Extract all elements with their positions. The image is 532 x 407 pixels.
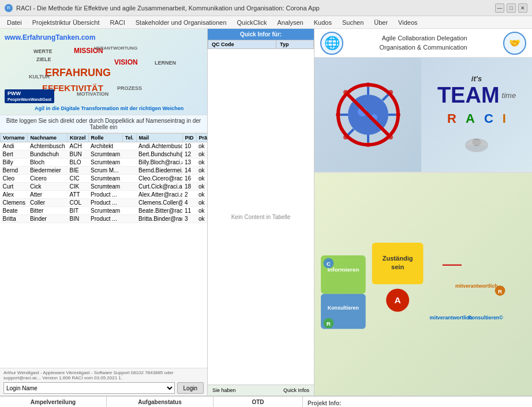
otd-chart: OTD Im Plan Späte bbox=[213, 397, 303, 407]
letter-c: C bbox=[484, 111, 493, 126]
qc-col-typ: Typ bbox=[276, 40, 314, 49]
table-cell: 12 bbox=[182, 150, 196, 159]
qc-col-code: QC Code bbox=[208, 40, 276, 49]
table-cell: Cicero bbox=[28, 175, 68, 183]
table-row[interactable]: BerndBiedermeierBIEScrum M...Bernd.Biede… bbox=[1, 167, 208, 175]
menu-raci[interactable]: RACI bbox=[105, 18, 129, 27]
table-cell bbox=[122, 175, 136, 183]
table-cell: Curt.Cick@raci.aca... bbox=[136, 183, 182, 191]
maximize-button[interactable]: □ bbox=[507, 3, 516, 13]
table-cell bbox=[122, 167, 136, 175]
svg-text:C: C bbox=[327, 261, 331, 267]
word-ziele: ZIELE bbox=[36, 56, 51, 62]
table-cell: Clemens.Coller@ra... bbox=[136, 199, 182, 207]
right-header: 🌐 Agile Collaboration Delegation Organis… bbox=[314, 29, 532, 58]
table-cell: 13 bbox=[182, 159, 196, 167]
title-bar: R RACI - Die Methode für Effektive und a… bbox=[0, 0, 532, 16]
table-cell: Biedermeier bbox=[28, 167, 68, 175]
table-cell: Britta bbox=[1, 215, 28, 223]
table-cell bbox=[122, 150, 136, 159]
menu-kudos[interactable]: Kudos bbox=[309, 18, 336, 27]
aufgaben-title: Aufgabenstatus bbox=[109, 399, 211, 405]
footer-text: Arthur Wendlgast - Appleware Vikrestigas… bbox=[3, 370, 204, 380]
table-cell: Bernd.Biedermei... bbox=[136, 167, 182, 175]
menu-ueber[interactable]: Über bbox=[369, 18, 392, 27]
table-cell: Binder bbox=[28, 215, 68, 223]
qc-table: QC Code Typ bbox=[208, 40, 314, 49]
table-cell bbox=[122, 183, 136, 191]
close-button[interactable]: ✕ bbox=[518, 3, 527, 13]
login-notice: Bitte loggen Sie sich direkt oder durch … bbox=[0, 115, 207, 133]
banner-area: www.ErfahrungTanken.com MISSION VISION E… bbox=[0, 29, 207, 115]
table-cell: BIT bbox=[68, 207, 89, 215]
login-select[interactable]: Login Name bbox=[3, 382, 175, 394]
agile-text: Agile Collaboration Delegation Organisat… bbox=[379, 34, 467, 52]
svg-text:mitverantwortlich: mitverantwortlich bbox=[430, 315, 473, 321]
otd-title: OTD bbox=[216, 399, 300, 405]
table-cell: Architekt bbox=[88, 142, 122, 150]
eagle-icon bbox=[459, 131, 494, 154]
agile-line1: Agile Collaboration Delegation bbox=[379, 34, 467, 43]
word-prozess: PROZESS bbox=[117, 85, 142, 91]
col-rolle: Rolle bbox=[88, 134, 122, 142]
table-cell: Bert.Bundschuh@r... bbox=[136, 150, 182, 159]
svg-text:mitverantwortlich: mitverantwortlich bbox=[455, 283, 498, 289]
table-cell: Product ... bbox=[88, 215, 122, 223]
table-cell: 11 bbox=[182, 207, 196, 215]
window-title: RACI - Die Methode für Effektive und agi… bbox=[16, 5, 320, 12]
menu-datei[interactable]: Datei bbox=[2, 18, 27, 27]
table-cell: ok bbox=[196, 215, 207, 223]
col-pid: PID bbox=[182, 134, 196, 142]
svg-text:A: A bbox=[395, 295, 401, 305]
table-cell: Scrum M... bbox=[88, 167, 122, 175]
table-row[interactable]: CleoCiceroCICScrumteamCleo.Cicero@raci.a… bbox=[1, 175, 208, 183]
table-cell: ATT bbox=[68, 191, 89, 199]
table-cell: CIK bbox=[68, 183, 89, 191]
col-kuerzel: Kürzel bbox=[68, 134, 89, 142]
raci-image: Informieren Zuständig sein Konsultieren … bbox=[314, 173, 532, 395]
table-row[interactable]: CurtCickCIKScrumteamCurt.Cick@raci.aca..… bbox=[1, 183, 208, 191]
team-word: TEAM time bbox=[437, 83, 516, 108]
raci-puzzle-svg: Informieren Zuständig sein Konsultieren … bbox=[314, 173, 532, 395]
word-erfahrung: ERFAHRUNG bbox=[45, 67, 111, 79]
table-cell: Cleo.Cicero@raci.a... bbox=[136, 175, 182, 183]
quick-info-header: Quick Infor für: bbox=[208, 29, 314, 40]
word-motivation: MOTIVATION bbox=[77, 91, 108, 96]
table-cell: Alex.Atter@raci.ac... bbox=[136, 191, 182, 199]
table-row[interactable]: AndiAchtembuschACHArchitektAndi.Achtembu… bbox=[1, 142, 208, 150]
agile-icon: 🤝 bbox=[509, 37, 520, 48]
menu-suchen[interactable]: Suchen bbox=[338, 18, 368, 27]
table-cell: ok bbox=[196, 150, 207, 159]
menu-projektstruktur[interactable]: Projektstriktur Übersicht bbox=[28, 18, 104, 27]
table-cell: BLO bbox=[68, 159, 89, 167]
users-table-container[interactable]: Vorname Nachname Kürzel Rolle Tel. Mail … bbox=[0, 133, 207, 368]
word-erfolg: ERFOLG bbox=[143, 95, 165, 96]
menu-stakeholder[interactable]: Stakeholder und Organisationen bbox=[131, 18, 231, 27]
table-cell: ok bbox=[196, 199, 207, 207]
table-row[interactable]: BertBundschuhBUNScrumteamBert.Bundschuh@… bbox=[1, 150, 208, 159]
table-cell bbox=[122, 199, 136, 207]
table-row[interactable]: ClemensCollerCOLProduct ...Clemens.Colle… bbox=[1, 199, 208, 207]
globe-icon-container: 🌐 bbox=[320, 32, 343, 55]
project-info-title: Projekt Info: bbox=[308, 400, 527, 406]
letter-i: I bbox=[503, 111, 506, 126]
team-text-area: it's TEAM time R A C I bbox=[421, 58, 532, 172]
table-row[interactable]: BrittaBinderBINProduct ...Britta.Binder@… bbox=[1, 215, 208, 223]
menu-quickclick[interactable]: QuickClick bbox=[233, 18, 272, 27]
table-cell: Britta.Binder@raci.. bbox=[136, 215, 182, 223]
table-cell bbox=[122, 142, 136, 150]
table-row[interactable]: BillyBlochBLOScrumteamBilly.Bloch@raci.a… bbox=[1, 159, 208, 167]
table-cell: BUN bbox=[68, 150, 89, 159]
team-label: TEAM bbox=[437, 83, 500, 108]
svg-text:Zuständig: Zuständig bbox=[383, 255, 413, 262]
table-cell: COL bbox=[68, 199, 89, 207]
menu-videos[interactable]: Videos bbox=[394, 18, 422, 27]
table-row[interactable]: AlexAtterATTProduct ...Alex.Atter@raci.a… bbox=[1, 191, 208, 199]
menu-analysen[interactable]: Analysen bbox=[272, 18, 308, 27]
table-cell: Beate bbox=[1, 207, 28, 215]
table-row[interactable]: BeateBitterBITScrumteamBeate.Bitter@raci… bbox=[1, 207, 208, 215]
bottom-area: Ampelverteilung Grüne Projekt Rote Proje… bbox=[0, 395, 532, 407]
minimize-button[interactable]: — bbox=[495, 3, 504, 13]
login-button[interactable]: Login bbox=[177, 382, 204, 394]
svg-text:R: R bbox=[498, 288, 502, 295]
